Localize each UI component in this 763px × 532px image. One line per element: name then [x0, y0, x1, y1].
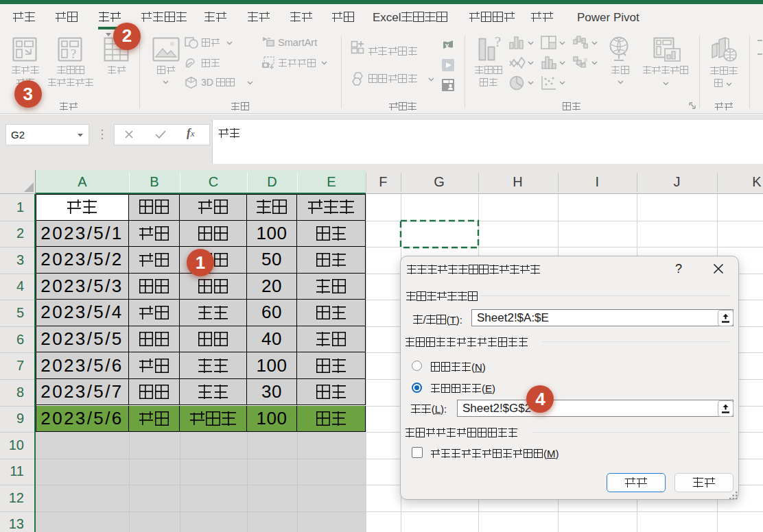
svg-text:?: ? — [495, 37, 501, 49]
svg-text:v: v — [445, 42, 449, 49]
svg-text:?: ? — [71, 47, 76, 61]
